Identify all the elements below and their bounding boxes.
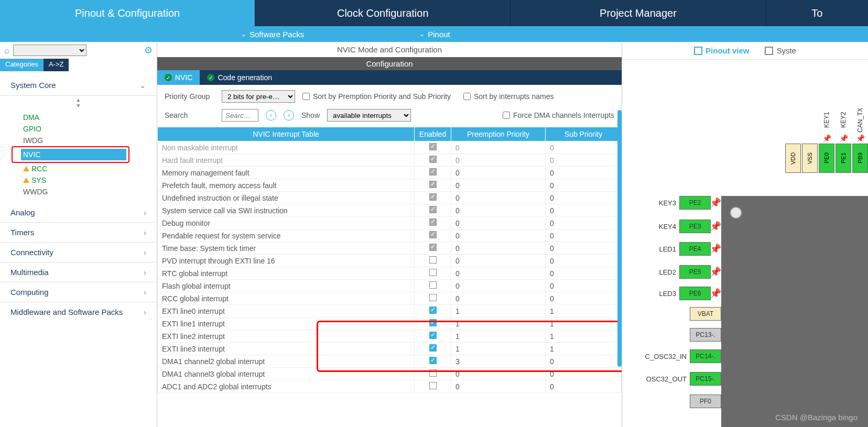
cell-preemption[interactable]: 1 bbox=[451, 330, 546, 343]
cell-preemption[interactable]: 0 bbox=[451, 229, 546, 242]
cell-sub[interactable]: 1 bbox=[546, 317, 622, 330]
pin-box[interactable]: PE5 bbox=[679, 265, 711, 279]
tree-item-wwdg[interactable]: WWDG bbox=[21, 186, 157, 198]
cell-preemption[interactable]: 1 bbox=[451, 317, 546, 330]
cell-sub[interactable]: 0 bbox=[546, 141, 622, 154]
table-row[interactable]: Flash global interrupt00 bbox=[158, 280, 622, 292]
tree-item-iwdg[interactable]: IWDG bbox=[21, 135, 157, 146]
enabled-checkbox[interactable] bbox=[429, 218, 437, 226]
top-pin[interactable]: KEY2📌PE1 bbox=[836, 107, 851, 173]
pin-box[interactable]: VSS bbox=[802, 144, 818, 173]
table-row[interactable]: ADC1 and ADC2 global interrupts00 bbox=[158, 380, 622, 393]
pin-row[interactable]: PC13-. bbox=[629, 328, 721, 342]
enabled-checkbox[interactable] bbox=[429, 306, 437, 314]
section-analog[interactable]: Analog› bbox=[0, 203, 157, 223]
cell-sub[interactable]: 0 bbox=[546, 242, 622, 255]
cell-sub[interactable]: 0 bbox=[546, 167, 622, 179]
tab-pinout-view[interactable]: Pinout view bbox=[694, 46, 749, 55]
th-sub[interactable]: Sub Priority bbox=[546, 127, 622, 141]
cell-preemption[interactable]: 0 bbox=[451, 280, 546, 292]
enabled-checkbox[interactable] bbox=[429, 357, 437, 364]
section-timers[interactable]: Timers› bbox=[0, 223, 157, 243]
scrollbar[interactable] bbox=[617, 110, 622, 367]
section-middleware[interactable]: Middleware and Software Packs› bbox=[0, 302, 157, 322]
table-row[interactable]: EXTI line2 interrupt11 bbox=[158, 330, 622, 343]
cell-sub[interactable]: 1 bbox=[546, 330, 622, 343]
enabled-checkbox[interactable] bbox=[429, 319, 437, 326]
table-row[interactable]: System service call via SWI instruction0… bbox=[158, 204, 622, 217]
th-preemption[interactable]: Preemption Priority bbox=[451, 127, 546, 141]
search-select[interactable] bbox=[13, 45, 86, 56]
table-row[interactable]: EXTI line1 interrupt11 bbox=[158, 317, 622, 330]
cell-preemption[interactable]: 0 bbox=[451, 192, 546, 204]
enabled-checkbox[interactable] bbox=[429, 281, 437, 289]
pin-box[interactable]: PE0 bbox=[819, 144, 834, 173]
top-pin[interactable]: KEY1📌PE0 bbox=[819, 107, 834, 173]
cell-sub[interactable]: 0 bbox=[546, 380, 622, 393]
tree-item-dma[interactable]: DMA bbox=[21, 112, 157, 123]
search-next-button[interactable]: › bbox=[284, 110, 294, 121]
menu-software-packs[interactable]: ⌄Software Packs bbox=[241, 30, 304, 39]
tab-categories[interactable]: Categories bbox=[0, 59, 44, 71]
cell-sub[interactable]: 0 bbox=[546, 267, 622, 280]
cell-preemption[interactable]: 0 bbox=[451, 255, 546, 267]
pin-box[interactable]: VDD bbox=[785, 144, 801, 173]
table-row[interactable]: Undefined instruction or illegal state00 bbox=[158, 192, 622, 204]
show-select[interactable]: available interrupts bbox=[327, 109, 411, 122]
tree-item-gpio[interactable]: GPIO bbox=[21, 123, 157, 135]
enabled-checkbox[interactable] bbox=[429, 231, 437, 238]
pin-box[interactable]: PE3 bbox=[679, 220, 711, 233]
pin-box[interactable]: PE4 bbox=[679, 242, 711, 256]
cell-preemption[interactable]: 0 bbox=[451, 368, 546, 380]
pin-row[interactable]: OSC32_OUTPC15-. bbox=[629, 372, 721, 386]
tree-item-sys[interactable]: SYS bbox=[21, 174, 157, 186]
cell-sub[interactable]: 0 bbox=[546, 179, 622, 192]
table-row[interactable]: PVD interrupt through EXTI line 1600 bbox=[158, 255, 622, 267]
cell-sub[interactable]: 0 bbox=[546, 204, 622, 217]
enabled-checkbox[interactable] bbox=[429, 143, 437, 150]
enabled-checkbox[interactable] bbox=[429, 244, 437, 251]
cell-sub[interactable]: 0 bbox=[546, 368, 622, 380]
enabled-checkbox[interactable] bbox=[429, 294, 437, 301]
cell-preemption[interactable]: 0 bbox=[451, 380, 546, 393]
cell-sub[interactable]: 0 bbox=[546, 192, 622, 204]
pin-box[interactable]: PB9 bbox=[852, 144, 868, 173]
enabled-checkbox[interactable] bbox=[429, 193, 437, 201]
cell-preemption[interactable]: 1 bbox=[451, 305, 546, 317]
gear-icon[interactable]: ⚙ bbox=[144, 45, 153, 56]
pin-row[interactable]: KEY4PE3📌 bbox=[622, 220, 721, 233]
sort-premption-checkbox[interactable] bbox=[302, 93, 310, 100]
table-row[interactable]: Prefetch fault, memory access fault00 bbox=[158, 179, 622, 192]
table-row[interactable]: EXTI line0 interrupt11 bbox=[158, 305, 622, 317]
subtab-nvic[interactable]: ✓NVIC bbox=[157, 70, 200, 85]
th-name[interactable]: NVIC Interrupt Table bbox=[158, 127, 415, 141]
table-row[interactable]: Memory management fault00 bbox=[158, 167, 622, 179]
cell-preemption[interactable]: 0 bbox=[451, 141, 546, 154]
pin-row[interactable]: LED2PE5📌 bbox=[622, 265, 721, 279]
cell-preemption[interactable]: 0 bbox=[451, 154, 546, 167]
section-computing[interactable]: Computing› bbox=[0, 282, 157, 302]
pin-box[interactable]: PC14-. bbox=[690, 349, 721, 363]
tab-pinout-config[interactable]: Pinout & Configuration bbox=[0, 0, 255, 26]
tree-item-rcc[interactable]: RCC bbox=[21, 163, 157, 174]
table-row[interactable]: Pendable request for system service00 bbox=[158, 229, 622, 242]
pin-row[interactable]: PF0 bbox=[629, 395, 721, 408]
priority-group-select[interactable]: 2 bits for pre-e… bbox=[222, 90, 295, 103]
subtab-codegen[interactable]: ✓Code generation bbox=[200, 70, 279, 85]
table-row[interactable]: Time base: System tick timer00 bbox=[158, 242, 622, 255]
table-row[interactable]: Hard fault interrupt00 bbox=[158, 154, 622, 167]
cell-preemption[interactable]: 1 bbox=[451, 343, 546, 355]
enabled-checkbox[interactable] bbox=[429, 269, 437, 276]
cell-sub[interactable]: 0 bbox=[546, 229, 622, 242]
th-enabled[interactable]: Enabled bbox=[415, 127, 451, 141]
cell-sub[interactable]: 0 bbox=[546, 280, 622, 292]
cell-sub[interactable]: 0 bbox=[546, 217, 622, 229]
section-connectivity[interactable]: Connectivity› bbox=[0, 243, 157, 262]
cell-sub[interactable]: 1 bbox=[546, 343, 622, 355]
cell-sub[interactable]: 0 bbox=[546, 255, 622, 267]
pin-box[interactable]: PE2 bbox=[679, 196, 711, 210]
cell-sub[interactable]: 1 bbox=[546, 305, 622, 317]
cell-sub[interactable]: 0 bbox=[546, 154, 622, 167]
table-row[interactable]: Non maskable interrupt00 bbox=[158, 141, 622, 154]
table-row[interactable]: DMA1 channel2 global interrupt30 bbox=[158, 355, 622, 368]
